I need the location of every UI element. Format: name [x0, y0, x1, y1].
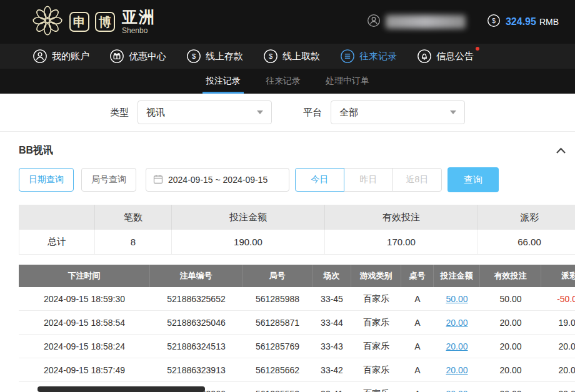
- cell-table-no: A: [401, 311, 434, 334]
- cell-bet-amount-link[interactable]: 20.00: [434, 358, 480, 381]
- cell-payout: 20.00: [541, 358, 575, 381]
- nav-item-withdraw[interactable]: $ 线上取款: [263, 49, 320, 64]
- cell-bet-amount-link[interactable]: 50.00: [434, 287, 480, 310]
- type-select[interactable]: 视讯: [138, 100, 272, 124]
- summary-header-valid-bet: 有效投注: [325, 205, 478, 230]
- table-row: 2024-09-15 18:59:30 521886325652 5612859…: [19, 287, 575, 311]
- logo-char-shen: 申: [69, 12, 89, 32]
- cell-table-no: A: [401, 358, 434, 381]
- nav-label: 往来记录: [359, 51, 397, 62]
- cell-game-type: 百家乐: [351, 358, 401, 381]
- bell-icon: [417, 49, 432, 64]
- search-button[interactable]: 查询: [448, 167, 499, 192]
- summary-total-label: 总计: [19, 230, 95, 255]
- nav-label: 线上取款: [282, 51, 320, 62]
- round-query-button[interactable]: 局号查询: [81, 168, 136, 192]
- cell-bet-time: 2024-09-15 18:58:24: [19, 335, 150, 358]
- cell-round-no: 561285871: [242, 311, 312, 334]
- chevron-down-icon: [450, 110, 456, 114]
- header-session: 场次: [312, 265, 351, 287]
- nav-item-announcements[interactable]: 信息公告: [417, 49, 474, 64]
- summary-header-row: 笔数 投注金额 有效投注 派彩: [19, 205, 575, 230]
- nav-item-my-account[interactable]: 我的账户: [32, 49, 89, 64]
- summary-valid-bet-value: 170.00: [325, 230, 478, 255]
- cell-bet-amount-link[interactable]: 20.00: [434, 335, 480, 358]
- yesterday-button[interactable]: 昨日: [344, 168, 393, 192]
- cell-bet-time: 2024-09-15 18:57:49: [19, 358, 150, 381]
- header-bet-id: 注单编号: [150, 265, 242, 287]
- calendar-icon: [153, 174, 163, 186]
- summary-header-payout: 派彩: [478, 205, 575, 230]
- cell-round-no: 561285552: [242, 382, 312, 392]
- cell-payout: 20.00: [541, 335, 575, 358]
- cell-session: 33-41: [312, 382, 351, 392]
- nav-label: 线上存款: [206, 51, 243, 62]
- date-query-button[interactable]: 日期查询: [19, 168, 74, 192]
- cell-valid-bet: 50.00: [480, 287, 541, 310]
- tab-betting-records[interactable]: 投注记录: [206, 69, 241, 94]
- gift-icon: [109, 49, 124, 64]
- user-avatar-icon: [367, 14, 381, 30]
- cell-game-type: 百家乐: [351, 382, 401, 392]
- cell-bet-id: 521886323913: [150, 358, 242, 381]
- balance-currency: RMB: [539, 17, 559, 27]
- nav-item-records[interactable]: 往来记录: [340, 49, 397, 64]
- cell-valid-bet: 20.00: [480, 311, 541, 334]
- cell-session: 33-44: [312, 311, 351, 334]
- summary-header-bet-amount: 投注金额: [172, 205, 325, 230]
- header-payout: 派彩: [541, 265, 575, 287]
- header-valid-bet: 有效投注: [480, 265, 541, 287]
- cell-payout: -50.00: [541, 287, 575, 310]
- filter-bar: 类型 视讯 平台 全部: [0, 94, 575, 132]
- cell-session: 33-45: [312, 287, 351, 310]
- nav-item-promotions[interactable]: 优惠中心: [109, 49, 166, 64]
- tab-processing-orders[interactable]: 处理中订单: [326, 69, 369, 94]
- horizontal-scrollbar-thumb[interactable]: [38, 386, 205, 392]
- last-8-days-button[interactable]: 近8日: [392, 168, 442, 192]
- date-range-input[interactable]: 2024-09-15 ~ 2024-09-15: [146, 168, 289, 192]
- cell-game-type: 百家乐: [351, 287, 401, 310]
- cell-bet-amount-link[interactable]: 20.00: [434, 382, 480, 392]
- nav-label: 优惠中心: [129, 51, 166, 62]
- today-button[interactable]: 今日: [295, 168, 344, 192]
- account-area: $ 324.95 RMB: [367, 14, 559, 30]
- quick-date-group: 今日 昨日 近8日: [295, 168, 442, 192]
- detail-header-row: 下注时间 注单编号 局号 场次 游戏类别 桌号 投注金额 有效投注 派彩: [19, 265, 575, 287]
- lotus-flower-icon: [31, 4, 64, 39]
- cell-bet-amount-link[interactable]: 20.00: [434, 311, 480, 334]
- platform-select-value: 全部: [339, 107, 358, 119]
- nav-item-deposit[interactable]: $ 线上存款: [186, 49, 243, 64]
- summary-count-value: 8: [95, 230, 172, 255]
- query-controls: 日期查询 局号查询 2024-09-15 ~ 2024-09-15 今日 昨日 …: [19, 167, 575, 192]
- cell-bet-time: 2024-09-15 18:58:54: [19, 311, 150, 334]
- cell-round-no: 561285662: [242, 358, 312, 381]
- balance-amount: 324.95: [506, 16, 536, 27]
- main-content: BB视讯 日期查询 局号查询 2024-09-15 ~ 2024-09-15: [0, 132, 575, 392]
- platform-filter-label: 平台: [303, 107, 322, 119]
- chevron-down-icon: [257, 110, 263, 114]
- platform-select[interactable]: 全部: [331, 100, 465, 124]
- cell-bet-id: 521886324513: [150, 335, 242, 358]
- tab-transaction-records[interactable]: 往来记录: [266, 69, 301, 94]
- svg-text:$: $: [492, 17, 496, 24]
- cell-bet-id: 521886325652: [150, 287, 242, 310]
- summary-payout-value: 66.00: [478, 230, 575, 255]
- summary-table: 笔数 投注金额 有效投注 派彩 总计 8 190.00 170.00 66.00: [19, 205, 575, 255]
- logo-region-text: 亚洲: [122, 9, 156, 25]
- cell-valid-bet: 20.00: [480, 358, 541, 381]
- chevron-up-icon: [556, 147, 566, 154]
- collapse-section-button[interactable]: [553, 145, 569, 157]
- summary-header-blank: [19, 205, 95, 230]
- cell-payout: 20.00: [541, 382, 575, 392]
- table-row: 2024-09-15 18:58:24 521886324513 5612857…: [19, 335, 575, 358]
- brand-logo[interactable]: 申 博 亚洲 Shenbo: [31, 4, 156, 39]
- main-navigation: 我的账户 优惠中心 $ 线上存款: [0, 44, 575, 69]
- summary-bet-amount-value: 190.00: [172, 230, 325, 255]
- cell-game-type: 百家乐: [351, 311, 401, 334]
- bet-detail-table: 下注时间 注单编号 局号 场次 游戏类别 桌号 投注金额 有效投注 派彩 202…: [19, 265, 575, 392]
- type-select-value: 视讯: [146, 107, 165, 119]
- table-row: 2024-09-15 18:58:54 521886325046 5612858…: [19, 311, 575, 335]
- type-filter-label: 类型: [110, 107, 129, 119]
- withdraw-coin-icon: $: [263, 49, 278, 64]
- deposit-coin-icon: $: [186, 49, 201, 64]
